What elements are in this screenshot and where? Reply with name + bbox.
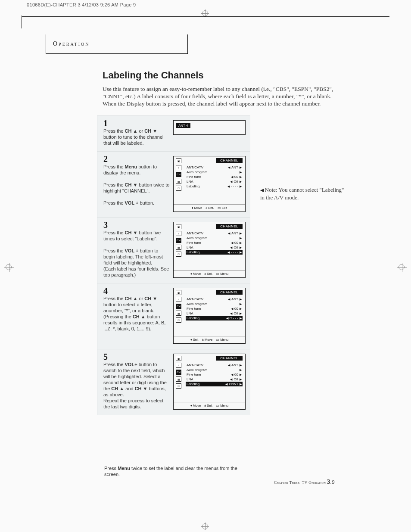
osd-tab-icon: □	[176, 317, 181, 323]
step-number: 1	[103, 120, 170, 126]
section-header: Operation	[46, 34, 188, 54]
closing-instruction: Press Menu twice to set the label and cl…	[104, 465, 251, 477]
osd-row-value: ◀ Off ▶	[230, 180, 242, 184]
osd-body: ANT/CATV◀ ANT ▶Auto program ▶Fine tune◀ …	[186, 363, 243, 386]
osd-row-label: Auto program	[187, 302, 207, 306]
osd-screen: CHANNEL▣♪CH▦□ANT/CATV◀ ANT ▶Auto program…	[173, 156, 246, 212]
osd-title: CHANNEL	[216, 290, 243, 295]
osd-tab-icon: ♪	[176, 297, 181, 302]
osd-row-value: ◀ ANT ▶	[228, 165, 242, 169]
osd-row: LNA◀ Off ▶	[186, 311, 243, 316]
osd-body: ANT/CATV◀ ANT ▶Auto program ▶Fine tune◀ …	[186, 297, 243, 320]
osd-row-label: Labeling	[187, 316, 199, 320]
page-footer: Chapter Three: TV Operation 3.9	[274, 478, 335, 485]
osd-row: LNA◀ Off ▶	[186, 377, 243, 382]
osd-row-value: ◀ C - - - ▶	[226, 316, 242, 320]
osd-title: CHANNEL	[216, 158, 243, 163]
osd-tab-icon: CH	[176, 304, 181, 309]
intro-block: Labeling the Channels Use this feature t…	[103, 70, 344, 107]
osd-row: ANT/CATV◀ ANT ▶	[186, 231, 243, 236]
step-number: 4	[103, 288, 170, 294]
osd-row: Auto program ▶	[186, 367, 243, 372]
osd-row-label: LNA	[187, 377, 193, 381]
osd-row: Labeling◀ - - - - ▶	[186, 250, 243, 255]
osd-row-label: ANT/CATV	[187, 363, 203, 367]
step-text: 5Press the VOL+ button to switch to the …	[103, 354, 170, 410]
osd-tab-icon: □	[176, 252, 181, 257]
osd-tab-icon: ▣	[176, 290, 181, 295]
step-2: 2Press the Menu button to display the me…	[97, 151, 250, 217]
osd-row: Labeling◀ - - - - ▶	[186, 184, 243, 189]
osd-footer-hint: ♦ Move	[190, 272, 201, 276]
osd-row-value: ◀ 00 ▶	[231, 175, 242, 179]
osd-row-label: ANT/CATV	[187, 231, 203, 235]
page-title: Labeling the Channels	[103, 70, 344, 81]
step-body: Press the VOL+ button to switch to the n…	[103, 362, 167, 409]
osd-row: Fine tune◀ 00 ▶	[186, 174, 243, 179]
osd-wrap: CHANNEL▣♪CH▦□ANT/CATV◀ ANT ▶Auto program…	[173, 222, 246, 278]
osd-tabs: ▣♪CH▦□	[176, 356, 181, 389]
osd-footer-hint: ± Ent.	[206, 206, 214, 210]
osd-row: Auto program ▶	[186, 236, 243, 240]
closing-bold: Menu	[118, 466, 130, 471]
osd-tab-icon: □	[176, 383, 181, 389]
osd-title: CHANNEL	[216, 356, 243, 361]
osd-wrap: CHANNEL▣♪CH▦□ANT/CATV◀ ANT ▶Auto program…	[173, 354, 246, 410]
footer-chapter: Chapter Three: TV Operation	[274, 480, 327, 485]
osd-row: Auto program ▶	[186, 302, 243, 306]
osd-tab-icon: ♪	[176, 231, 181, 236]
osd-footer-hint: ♦ Move	[192, 206, 202, 210]
osd-row-label: ANT/CATV	[187, 297, 203, 301]
step-number: 5	[103, 354, 170, 360]
osd-row-value: ▶	[238, 368, 242, 372]
osd-row: ANT/CATV◀ ANT ▶	[186, 363, 243, 367]
step-body: Press the CH ▼ button five times to sele…	[103, 230, 169, 277]
osd-wrap: CHANNEL▣♪CH▦□ANT/CATV◀ ANT ▶Auto program…	[173, 156, 246, 212]
osd-screen: CHANNEL▣♪CH▦□ANT/CATV◀ ANT ▶Auto program…	[173, 222, 246, 278]
osd-footer-hint: ▭ Menu	[216, 404, 228, 408]
step-body: Press the CH ▲ or CH ▼ button to tune to…	[103, 128, 163, 146]
print-slug: 01066D(E)-CHAPTER 3 4/12/03 9:26 AM Page…	[27, 2, 136, 7]
osd-body: ANT/CATV◀ ANT ▶Auto program ▶Fine tune◀ …	[186, 165, 243, 189]
osd-row-value: ▶	[238, 302, 242, 306]
osd-row: Fine tune◀ 00 ▶	[186, 240, 243, 245]
osd-footer-hint: ♦ Sel.	[190, 338, 199, 342]
osd-tab-icon: ▦	[176, 179, 181, 184]
step-number: 2	[103, 156, 170, 162]
corner-mark	[22, 16, 22, 28]
osd-row-value: ◀ - - - - ▶	[227, 184, 242, 188]
crop-bot-icon	[201, 523, 210, 531]
osd-footer-hint: ± Sel.	[204, 272, 212, 276]
step-4: 4Press the CH ▲ or CH ▼ button to select…	[97, 283, 250, 349]
osd-footer-hint: ♦ Move	[190, 404, 201, 408]
osd-footer: ♦ Move± Sel.▭ Menu	[174, 402, 245, 408]
osd-row-value: ◀ Off ▶	[230, 246, 242, 249]
osd-screen: CHANNEL▣♪CH▦□ANT/CATV◀ ANT ▶Auto program…	[173, 288, 246, 344]
osd-row-value: ◀ ANT ▶	[228, 363, 242, 367]
osd-row-label: Labeling	[187, 382, 199, 386]
osd-tabs: ▣♪CH▦□	[176, 158, 181, 191]
osd-footer-hint: ▭ Menu	[216, 338, 228, 342]
osd-row-label: Auto program	[187, 368, 207, 372]
osd-row-label: Fine tune	[187, 175, 201, 179]
osd-row-value: ◀ Off ▶	[230, 377, 242, 381]
osd-screen: ANT 4	[173, 120, 246, 135]
osd-row-value: ◀ Off ▶	[230, 311, 242, 315]
osd-tab-icon: ▦	[176, 376, 181, 382]
osd-tab-icon: □	[176, 186, 181, 191]
step-number: 3	[103, 222, 170, 228]
footer-page-minor: 9	[332, 479, 335, 485]
step-text: 3Press the CH ▼ button five times to sel…	[103, 222, 170, 278]
osd-row-label: Auto program	[187, 236, 207, 240]
osd-body: ANT/CATV◀ ANT ▶Auto program ▶Fine tune◀ …	[186, 231, 243, 255]
osd-row: ANT/CATV◀ ANT ▶	[186, 165, 243, 170]
osd-row-label: Auto program	[187, 170, 207, 174]
steps-container: 1Press the CH ▲ or CH ▼ button to tune t…	[97, 115, 250, 415]
step-text: 4Press the CH ▲ or CH ▼ button to select…	[103, 288, 170, 344]
step-text: 2Press the Menu button to display the me…	[103, 156, 170, 212]
osd-row-label: ANT/CATV	[187, 165, 203, 169]
osd-row-value: ◀ CNN1 ▶	[225, 382, 242, 386]
osd-row: Fine tune◀ 00 ▶	[186, 306, 243, 311]
osd-row-value: ◀ - - - - ▶	[227, 250, 242, 254]
intro-text: Use this feature to assign an easy-to-re…	[103, 85, 344, 107]
